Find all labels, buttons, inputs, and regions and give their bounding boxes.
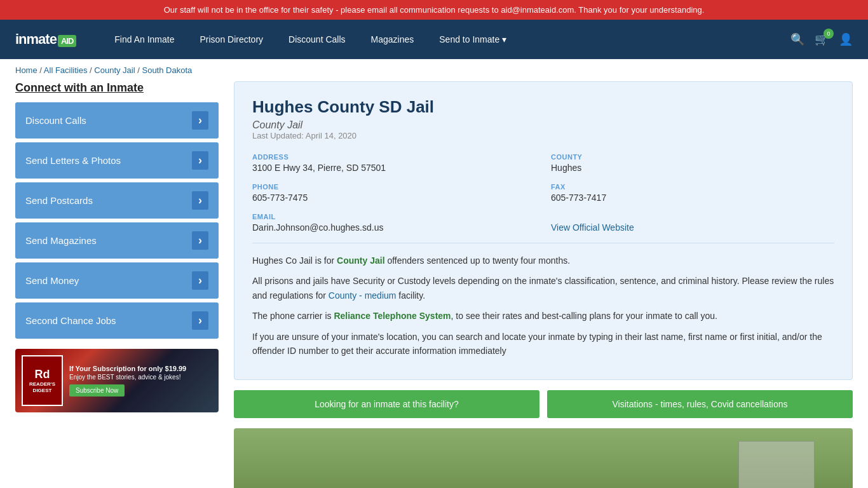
search-icon[interactable]: 🔍 [790, 32, 804, 46]
sidebar-send-magazines[interactable]: Send Magazines › [15, 222, 219, 259]
sidebar-send-postcards[interactable]: Send Postcards › [15, 182, 219, 219]
fax-label: FAX [551, 183, 834, 191]
email-label: EMAIL [252, 213, 536, 220]
chevron-right-icon: › [192, 231, 208, 250]
facility-info-grid: ADDRESS 3100 E Hwy 34, Pierre, SD 57501 … [252, 153, 834, 233]
logo-aid: AID [58, 35, 76, 47]
ad-rd-initial: Rd [29, 368, 55, 382]
ad-subscribe-button[interactable]: Subscribe Now [69, 384, 125, 396]
chevron-right-icon: › [192, 311, 208, 330]
fax-value: 605-773-7417 [551, 193, 834, 203]
facility-updated: Last Updated: April 14, 2020 [252, 131, 834, 140]
phone-value: 605-773-7475 [252, 193, 536, 203]
alert-bar: Our staff will not be in the office for … [0, 0, 868, 20]
sidebar-send-money[interactable]: Send Money › [15, 262, 219, 299]
looking-for-inmate-button[interactable]: Looking for an inmate at this facility? [234, 390, 539, 418]
desc-4: If you are unsure of your inmate's locat… [252, 330, 834, 358]
desc-3: The phone carrier is Reliance Telephone … [252, 309, 834, 323]
facility-name: Hughes County SD Jail [252, 97, 834, 117]
desc-1: Hughes Co Jail is for County Jail offend… [252, 254, 834, 268]
phone-label: PHONE [252, 183, 536, 191]
phone-block: PHONE 605-773-7475 [252, 183, 536, 203]
ad-rd-brand: READER'SDIGEST [29, 381, 55, 393]
chevron-right-icon: › [192, 151, 208, 170]
county-label: COUNTY [551, 153, 834, 161]
logo[interactable]: inmateAID [15, 31, 76, 48]
chevron-right-icon: › [192, 271, 208, 290]
action-buttons: Looking for an inmate at this facility? … [234, 390, 853, 418]
user-icon[interactable]: 👤 [839, 32, 853, 46]
ad-logo: Rd READER'SDIGEST [22, 355, 63, 406]
ad-subtitle: Enjoy the BEST stories, advice & jokes! [69, 374, 211, 381]
county-medium-link[interactable]: County - medium [329, 290, 397, 301]
fax-block: FAX 605-773-7417 [551, 183, 834, 203]
breadcrumb-south-dakota[interactable]: South Dakota [142, 65, 192, 75]
chevron-right-icon: › [192, 191, 208, 210]
breadcrumb-home[interactable]: Home [15, 65, 37, 75]
nav-prison-directory[interactable]: Prison Directory [187, 34, 276, 44]
visitations-button[interactable]: Visitations - times, rules, Covid cancel… [547, 390, 853, 418]
nav-discount-calls[interactable]: Discount Calls [276, 34, 358, 44]
facility-map [234, 428, 853, 488]
main-content: Hughes County SD Jail County Jail Last U… [234, 81, 853, 488]
website-link[interactable]: View Official Website [551, 222, 634, 233]
facility-type: County Jail [252, 119, 834, 131]
alert-text: Our staff will not be in the office for … [164, 5, 705, 15]
sidebar-title: Connect with an Inmate [15, 81, 219, 95]
phone-carrier-link[interactable]: Reliance Telephone System [334, 311, 451, 321]
breadcrumb: Home / All Facilities / County Jail / So… [0, 59, 868, 81]
breadcrumb-all-facilities[interactable]: All Facilities [44, 65, 88, 75]
chevron-right-icon: › [192, 111, 208, 130]
nav-magazines[interactable]: Magazines [358, 34, 427, 44]
nav-icons: 🔍 🛒 0 👤 [790, 32, 853, 46]
divider [252, 243, 834, 243]
logo-brand: inmateAID [15, 31, 76, 48]
main-layout: Connect with an Inmate Discount Calls › … [0, 81, 868, 488]
nav-send-to-inmate[interactable]: Send to Inmate ▾ [426, 34, 519, 44]
facility-card: Hughes County SD Jail County Jail Last U… [234, 81, 853, 380]
address-label: ADDRESS [252, 153, 536, 161]
county-jail-link[interactable]: County Jail [337, 255, 384, 266]
header: inmateAID Find An Inmate Prison Director… [0, 20, 868, 59]
email-value: Darin.Johnson@co.hughes.sd.us [252, 222, 536, 233]
sidebar-second-chance[interactable]: Second Chance Jobs › [15, 302, 219, 339]
sidebar-discount-calls[interactable]: Discount Calls › [15, 102, 219, 139]
email-block: EMAIL Darin.Johnson@co.hughes.sd.us [252, 213, 536, 233]
ad-title: If Your Subscription for only $19.99 [69, 365, 211, 372]
main-nav: Find An Inmate Prison Directory Discount… [102, 34, 790, 44]
cart-icon[interactable]: 🛒 0 [815, 32, 829, 46]
sidebar-ad: Rd READER'SDIGEST If Your Subscription f… [15, 349, 219, 412]
sidebar-send-letters[interactable]: Send Letters & Photos › [15, 142, 219, 179]
breadcrumb-county-jail[interactable]: County Jail [94, 65, 135, 75]
county-block: COUNTY Hughes [551, 153, 834, 173]
address-block: ADDRESS 3100 E Hwy 34, Pierre, SD 57501 [252, 153, 536, 173]
map-building [738, 441, 815, 488]
county-value: Hughes [551, 163, 834, 173]
address-value: 3100 E Hwy 34, Pierre, SD 57501 [252, 163, 536, 173]
cart-badge: 0 [824, 29, 834, 39]
sidebar: Connect with an Inmate Discount Calls › … [15, 81, 219, 488]
nav-find-inmate[interactable]: Find An Inmate [102, 34, 187, 44]
desc-2: All prisons and jails have Security or C… [252, 274, 834, 302]
website-block: View Official Website [551, 213, 834, 233]
